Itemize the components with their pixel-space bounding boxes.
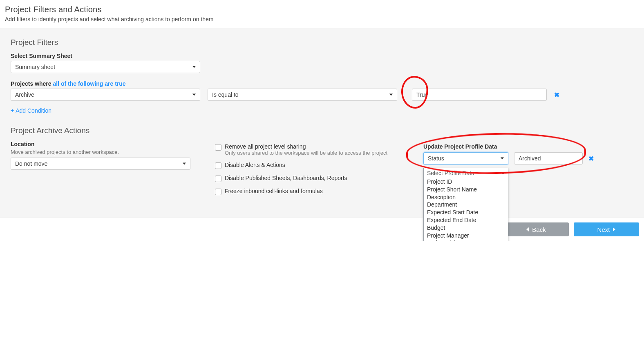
remove-sharing-sublabel: Only users shared to the workspace will … — [225, 150, 387, 156]
filter-operator-value: Is equal to — [212, 91, 239, 98]
location-select[interactable]: Do not move — [11, 158, 190, 170]
dropdown-option[interactable]: Project ID — [424, 178, 508, 186]
remove-profile-row-icon[interactable]: ✖ — [588, 155, 594, 162]
chevron-left-icon — [526, 227, 529, 231]
add-condition-label: Add Condition — [16, 107, 51, 114]
freeze-links-label: Freeze inbound cell-links and formulas — [225, 188, 323, 194]
location-label: Location — [11, 141, 199, 147]
dropdown-option[interactable]: Description — [424, 193, 508, 201]
chevron-down-icon — [501, 158, 504, 160]
filter-value-text: True — [416, 91, 428, 98]
location-help: Move archived projects to another worksp… — [11, 149, 199, 155]
remove-sharing-label: Remove all project level sharing — [225, 143, 387, 150]
disable-published-checkbox[interactable] — [215, 176, 221, 182]
summary-sheet-value: Summary sheet — [15, 64, 55, 70]
next-button[interactable]: Next — [574, 222, 639, 236]
page-title: Project Filters and Actions — [5, 5, 639, 14]
chevron-down-icon — [192, 94, 196, 96]
dropdown-option[interactable]: Department — [424, 201, 508, 209]
project-filters-title: Project Filters — [11, 38, 633, 47]
location-value: Do not move — [15, 160, 47, 167]
dropdown-header: Select Profile Data — [424, 168, 508, 178]
where-condition-link[interactable]: all of the following are true — [53, 80, 126, 87]
triangle-up-icon — [501, 172, 505, 174]
disable-alerts-checkbox[interactable] — [215, 162, 221, 169]
dropdown-option[interactable]: Expected Start Date — [424, 209, 508, 216]
disable-alerts-label: Disable Alerts & Actions — [225, 162, 285, 168]
page-subtitle: Add filters to identify projects and sel… — [5, 16, 639, 22]
freeze-links-checkbox[interactable] — [215, 189, 221, 195]
chevron-down-icon — [192, 66, 196, 68]
filter-operator-select[interactable]: Is equal to — [208, 89, 397, 101]
update-profile-label: Update Project Profile Data — [423, 143, 603, 150]
remove-sharing-checkbox[interactable] — [215, 144, 221, 151]
profile-data-dropdown[interactable]: Select Profile Data Project IDProject Sh… — [423, 168, 508, 241]
back-label: Back — [532, 226, 546, 233]
chevron-right-icon — [613, 227, 615, 231]
filter-field-select[interactable]: Archive — [11, 89, 200, 101]
summary-sheet-select[interactable]: Summary sheet — [11, 61, 200, 73]
remove-filter-icon[interactable]: ✖ — [554, 91, 559, 99]
dropdown-option[interactable]: Project Short Name — [424, 186, 508, 193]
profile-data-value: Status — [428, 155, 444, 162]
filter-field-value: Archive — [15, 91, 34, 98]
dropdown-option[interactable]: Project Link — [424, 239, 508, 241]
projects-where-label: Projects where all of the following are … — [11, 80, 633, 87]
project-archive-actions-title: Project Archive Actions — [11, 126, 199, 135]
add-condition-link[interactable]: + Add Condition — [11, 107, 51, 114]
next-label: Next — [597, 226, 610, 233]
profile-value-text: Archived — [519, 155, 541, 162]
plus-icon: + — [11, 107, 14, 114]
profile-value-input[interactable]: Archived — [514, 152, 583, 164]
dropdown-option[interactable]: Budget — [424, 224, 508, 232]
disable-published-label: Disable Published Sheets, Dashboards, Re… — [225, 175, 347, 181]
back-button[interactable]: Back — [503, 222, 569, 236]
chevron-down-icon — [389, 94, 393, 96]
dropdown-option[interactable]: Project Manager — [424, 232, 508, 240]
profile-data-select[interactable]: Status — [423, 152, 508, 164]
filter-value-input[interactable]: True — [412, 89, 547, 101]
dropdown-option[interactable]: Expected End Date — [424, 216, 508, 224]
summary-sheet-label: Select Summary Sheet — [11, 53, 633, 59]
chevron-down-icon — [183, 163, 186, 165]
